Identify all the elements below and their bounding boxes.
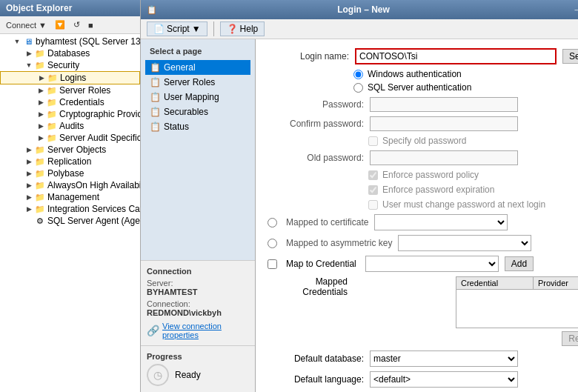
tree-label: Polybase [46, 168, 84, 179]
specify-old-password-row: Specify old password [268, 136, 578, 146]
tree-item-polybase[interactable]: ▶ 📁 Polybase [0, 167, 140, 179]
tree-item-server[interactable]: ▼ 🖥 byhamtest (SQL Server 13.0.2149 [0, 36, 140, 47]
refresh-button[interactable]: ↺ [70, 19, 83, 31]
tree-item-sqlagent[interactable]: ⚙ SQL Server Agent (Agent XPs [0, 215, 140, 227]
mapped-key-radio[interactable] [268, 239, 277, 248]
tree-item-crypto[interactable]: ▶ 📁 Cryptographic Providers [0, 108, 140, 120]
script-button[interactable]: 📄 Script ▼ [147, 21, 207, 36]
enforce-expiration-row: Enforce password expiration [268, 185, 578, 195]
cred-col-provider: Provider [534, 277, 578, 289]
mapped-key-label: Mapped to asymmetric key [286, 238, 392, 248]
expand-icon[interactable]: ▶ [36, 85, 46, 96]
folder-icon: 📁 [46, 121, 58, 131]
cred-col-credential: Credential [456, 277, 534, 289]
mapped-cert-select[interactable] [374, 214, 508, 230]
map-credential-select[interactable] [365, 256, 499, 272]
titlebar: 📋 Login – New ─ □ ✕ [141, 0, 578, 19]
tree-item-audit-spec[interactable]: ▶ 📁 Server Audit Specification [0, 132, 140, 144]
page-panel-title: Select a page [145, 45, 250, 60]
connection-label: Connection: [147, 299, 249, 308]
tree-item-databases[interactable]: ▶ 📁 Databases [0, 47, 140, 59]
tree-label: Logins [59, 73, 86, 83]
toolbar-separator [213, 21, 214, 36]
folder-icon: 📁 [34, 60, 46, 70]
mapped-key-select[interactable] [398, 235, 531, 251]
expand-icon[interactable]: ▶ [36, 97, 46, 107]
tree-item-integration[interactable]: ▶ 📁 Integration Services Catalogs [0, 203, 140, 215]
help-label: Help [240, 24, 259, 34]
page-item-server-roles[interactable]: 📋 Server Roles [145, 75, 250, 90]
folder-icon: 📁 [46, 97, 58, 107]
tree-label: Server Objects [46, 144, 106, 155]
remove-button[interactable]: Remove [562, 331, 578, 346]
sql-auth-radio[interactable] [353, 83, 363, 93]
mapped-cert-radio[interactable] [268, 218, 277, 227]
search-button[interactable]: Search... [562, 49, 578, 64]
folder-icon: 📁 [34, 192, 46, 202]
filter-button[interactable]: 🔽 [52, 19, 68, 31]
expand-icon[interactable]: ▶ [24, 204, 34, 214]
default-database-row: Default database: master tempdb model ms… [268, 351, 578, 367]
tree-item-replication[interactable]: ▶ 📁 Replication [0, 156, 140, 167]
connection-icon: 🔗 [147, 325, 159, 336]
tree-label: Cryptographic Providers [58, 109, 140, 119]
expand-icon[interactable]: ▶ [24, 144, 34, 155]
connect-button[interactable]: Connect ▼ [3, 19, 50, 31]
expand-icon[interactable]: ▼ [12, 36, 22, 47]
expand-icon[interactable]: ▶ [24, 168, 34, 179]
remove-btn-container: Remove [353, 331, 578, 346]
tree-item-management[interactable]: ▶ 📁 Management [0, 191, 140, 203]
login-name-input[interactable] [355, 48, 557, 64]
expand-icon[interactable]: ▶ [36, 121, 46, 131]
view-connection-link[interactable]: View connection properties [162, 322, 249, 339]
agent-icon: ⚙ [34, 216, 46, 226]
windows-auth-label: Windows authentication [368, 69, 462, 79]
page-label-server-roles: Server Roles [164, 77, 215, 87]
oe-toolbar: Connect ▼ 🔽 ↺ ■ [0, 16, 140, 34]
expand-icon[interactable]: ▶ [24, 192, 34, 202]
old-password-row: Old password: [268, 150, 578, 165]
enforce-policy-checkbox [368, 170, 378, 180]
map-credential-label: Map to Credential [286, 259, 356, 269]
folder-icon: 📁 [46, 109, 58, 119]
expand-icon[interactable]: ▶ [36, 109, 46, 119]
page-label-securables: Securables [164, 107, 208, 117]
tree-item-credentials[interactable]: ▶ 📁 Credentials [0, 96, 140, 108]
folder-icon: 📁 [34, 168, 46, 179]
page-item-status[interactable]: 📋 Status [145, 119, 250, 134]
expand-icon[interactable]: ▶ [36, 73, 47, 83]
credentials-right: Credential Provider Remove [353, 276, 578, 346]
page-item-securables[interactable]: 📋 Securables [145, 104, 250, 119]
map-credential-checkbox[interactable] [268, 259, 277, 269]
connection-title: Connection [147, 267, 249, 276]
tree-label: Credentials [58, 97, 104, 107]
expand-icon[interactable]: ▶ [24, 180, 34, 190]
help-button[interactable]: ❓ Help [220, 21, 265, 36]
page-item-general[interactable]: 📋 General [145, 60, 250, 75]
stop-button[interactable]: ■ [85, 19, 96, 31]
page-item-user-mapping[interactable]: 📋 User Mapping [145, 90, 250, 104]
default-database-select[interactable]: master tempdb model msdb [370, 351, 518, 367]
default-language-select[interactable]: <default> English [370, 371, 518, 388]
confirm-password-row: Confirm password: [268, 116, 578, 131]
tree-item-server-objects[interactable]: ▶ 📁 Server Objects [0, 144, 140, 156]
expand-icon[interactable]: ▶ [24, 48, 34, 59]
old-password-label: Old password: [268, 153, 364, 163]
expand-icon[interactable]: ▶ [24, 156, 34, 167]
tree-item-server-roles[interactable]: ▶ 📁 Server Roles [0, 84, 140, 96]
mapped-credentials-label: Mapped Credentials [273, 276, 348, 297]
folder-icon: 📁 [34, 48, 46, 59]
cred-header: Credential Provider [456, 277, 578, 290]
expand-icon[interactable]: ▶ [36, 133, 46, 143]
expand-icon[interactable]: ▼ [24, 60, 34, 70]
specify-old-password-label: Specify old password [382, 136, 466, 146]
minimize-button[interactable]: ─ [570, 4, 578, 16]
map-credential-row: Map to Credential Add [268, 256, 578, 272]
tree-item-security[interactable]: ▼ 📁 Security [0, 59, 140, 71]
tree-item-logins[interactable]: ▶ 📁 Logins [0, 71, 140, 84]
add-credential-button[interactable]: Add [505, 256, 534, 271]
windows-auth-radio[interactable] [353, 70, 363, 79]
must-change-label: User must change password at next login [382, 199, 545, 210]
tree-item-alwayson[interactable]: ▶ 📁 AlwaysOn High Availability [0, 179, 140, 191]
tree-item-audits[interactable]: ▶ 📁 Audits [0, 120, 140, 132]
